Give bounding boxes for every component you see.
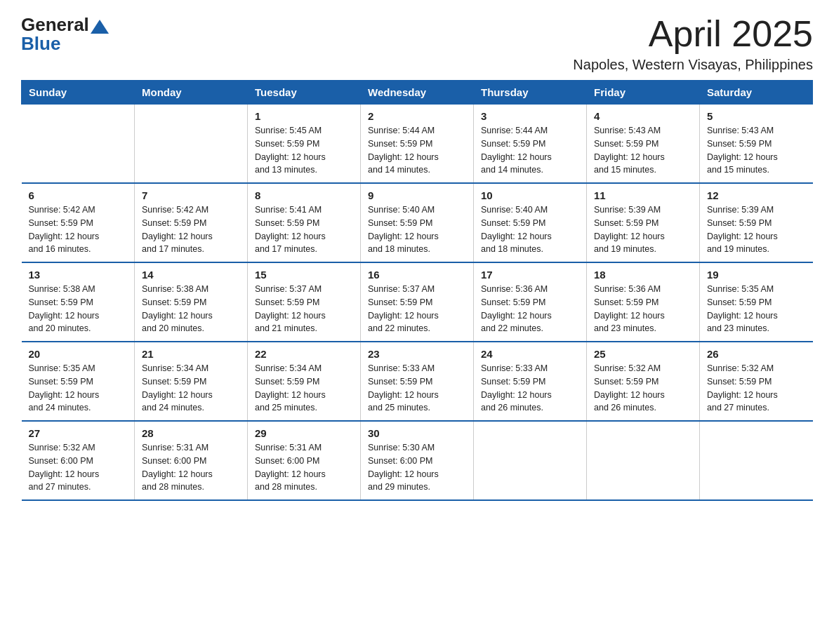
day-number: 15 bbox=[255, 269, 353, 281]
calendar-cell bbox=[135, 105, 248, 184]
calendar-cell: 1Sunrise: 5:45 AM Sunset: 5:59 PM Daylig… bbox=[248, 105, 361, 184]
day-number: 13 bbox=[29, 269, 128, 281]
day-info: Sunrise: 5:43 AM Sunset: 5:59 PM Dayligh… bbox=[594, 124, 692, 177]
day-info: Sunrise: 5:31 AM Sunset: 6:00 PM Dayligh… bbox=[142, 441, 240, 494]
calendar-cell: 26Sunrise: 5:32 AM Sunset: 5:59 PM Dayli… bbox=[700, 342, 813, 421]
day-info: Sunrise: 5:42 AM Sunset: 5:59 PM Dayligh… bbox=[142, 203, 240, 256]
calendar-cell: 10Sunrise: 5:40 AM Sunset: 5:59 PM Dayli… bbox=[474, 183, 587, 262]
day-info: Sunrise: 5:42 AM Sunset: 5:59 PM Dayligh… bbox=[29, 203, 128, 256]
logo: General Blue bbox=[21, 14, 109, 55]
day-number: 29 bbox=[255, 427, 353, 439]
calendar-header-friday: Friday bbox=[587, 81, 700, 105]
calendar-cell bbox=[700, 421, 813, 500]
day-info: Sunrise: 5:39 AM Sunset: 5:59 PM Dayligh… bbox=[707, 203, 806, 256]
day-number: 16 bbox=[368, 269, 466, 281]
day-number: 23 bbox=[368, 348, 466, 360]
day-info: Sunrise: 5:30 AM Sunset: 6:00 PM Dayligh… bbox=[368, 441, 466, 494]
day-number: 26 bbox=[707, 348, 806, 360]
calendar-week-5: 27Sunrise: 5:32 AM Sunset: 6:00 PM Dayli… bbox=[22, 421, 813, 500]
day-info: Sunrise: 5:34 AM Sunset: 5:59 PM Dayligh… bbox=[142, 362, 240, 415]
day-info: Sunrise: 5:35 AM Sunset: 5:59 PM Dayligh… bbox=[29, 362, 128, 415]
day-info: Sunrise: 5:38 AM Sunset: 5:59 PM Dayligh… bbox=[142, 283, 240, 335]
calendar-week-1: 1Sunrise: 5:45 AM Sunset: 5:59 PM Daylig… bbox=[22, 105, 813, 184]
day-info: Sunrise: 5:40 AM Sunset: 5:59 PM Dayligh… bbox=[368, 203, 466, 256]
header-row: SundayMondayTuesdayWednesdayThursdayFrid… bbox=[22, 81, 813, 105]
subtitle: Napoles, Western Visayas, Philippines bbox=[573, 57, 813, 73]
calendar-cell: 6Sunrise: 5:42 AM Sunset: 5:59 PM Daylig… bbox=[22, 183, 135, 262]
day-info: Sunrise: 5:39 AM Sunset: 5:59 PM Dayligh… bbox=[594, 203, 692, 256]
calendar-cell: 8Sunrise: 5:41 AM Sunset: 5:59 PM Daylig… bbox=[248, 183, 361, 262]
day-number: 12 bbox=[707, 189, 806, 201]
main-title: April 2025 bbox=[573, 14, 813, 54]
calendar-header-tuesday: Tuesday bbox=[248, 81, 361, 105]
calendar-header: SundayMondayTuesdayWednesdayThursdayFrid… bbox=[22, 81, 813, 105]
day-info: Sunrise: 5:38 AM Sunset: 5:59 PM Dayligh… bbox=[29, 283, 128, 335]
day-number: 5 bbox=[707, 110, 806, 122]
day-info: Sunrise: 5:32 AM Sunset: 5:59 PM Dayligh… bbox=[707, 362, 806, 415]
day-number: 18 bbox=[594, 269, 692, 281]
calendar-cell bbox=[587, 421, 700, 500]
calendar-cell: 17Sunrise: 5:36 AM Sunset: 5:59 PM Dayli… bbox=[474, 262, 587, 342]
calendar-header-sunday: Sunday bbox=[22, 81, 135, 105]
calendar-cell: 3Sunrise: 5:44 AM Sunset: 5:59 PM Daylig… bbox=[474, 105, 587, 184]
calendar-cell: 19Sunrise: 5:35 AM Sunset: 5:59 PM Dayli… bbox=[700, 262, 813, 342]
day-info: Sunrise: 5:44 AM Sunset: 5:59 PM Dayligh… bbox=[368, 124, 466, 177]
day-info: Sunrise: 5:40 AM Sunset: 5:59 PM Dayligh… bbox=[481, 203, 579, 256]
day-number: 14 bbox=[142, 269, 240, 281]
calendar-cell: 24Sunrise: 5:33 AM Sunset: 5:59 PM Dayli… bbox=[474, 342, 587, 421]
calendar-cell bbox=[22, 105, 135, 184]
day-number: 2 bbox=[368, 110, 466, 122]
day-info: Sunrise: 5:32 AM Sunset: 5:59 PM Dayligh… bbox=[594, 362, 692, 415]
day-number: 11 bbox=[594, 189, 692, 201]
day-number: 19 bbox=[707, 269, 806, 281]
calendar-cell: 4Sunrise: 5:43 AM Sunset: 5:59 PM Daylig… bbox=[587, 105, 700, 184]
day-info: Sunrise: 5:35 AM Sunset: 5:59 PM Dayligh… bbox=[707, 283, 806, 335]
calendar-header-monday: Monday bbox=[135, 81, 248, 105]
day-number: 22 bbox=[255, 348, 353, 360]
day-number: 8 bbox=[255, 189, 353, 201]
calendar-cell: 23Sunrise: 5:33 AM Sunset: 5:59 PM Dayli… bbox=[361, 342, 474, 421]
calendar-cell: 30Sunrise: 5:30 AM Sunset: 6:00 PM Dayli… bbox=[361, 421, 474, 500]
header: General Blue April 2025 Napoles, Western… bbox=[21, 14, 813, 73]
day-info: Sunrise: 5:44 AM Sunset: 5:59 PM Dayligh… bbox=[481, 124, 579, 177]
calendar-cell: 11Sunrise: 5:39 AM Sunset: 5:59 PM Dayli… bbox=[587, 183, 700, 262]
calendar-header-wednesday: Wednesday bbox=[361, 81, 474, 105]
day-number: 20 bbox=[29, 348, 128, 360]
day-info: Sunrise: 5:36 AM Sunset: 5:59 PM Dayligh… bbox=[594, 283, 692, 335]
calendar-cell: 9Sunrise: 5:40 AM Sunset: 5:59 PM Daylig… bbox=[361, 183, 474, 262]
calendar-cell: 2Sunrise: 5:44 AM Sunset: 5:59 PM Daylig… bbox=[361, 105, 474, 184]
day-info: Sunrise: 5:32 AM Sunset: 6:00 PM Dayligh… bbox=[29, 441, 128, 494]
day-number: 28 bbox=[142, 427, 240, 439]
calendar-cell: 12Sunrise: 5:39 AM Sunset: 5:59 PM Dayli… bbox=[700, 183, 813, 262]
calendar-header-thursday: Thursday bbox=[474, 81, 587, 105]
day-number: 1 bbox=[255, 110, 353, 122]
calendar-cell: 7Sunrise: 5:42 AM Sunset: 5:59 PM Daylig… bbox=[135, 183, 248, 262]
calendar-cell: 5Sunrise: 5:43 AM Sunset: 5:59 PM Daylig… bbox=[700, 105, 813, 184]
day-number: 7 bbox=[142, 189, 240, 201]
day-number: 3 bbox=[481, 110, 579, 122]
day-info: Sunrise: 5:45 AM Sunset: 5:59 PM Dayligh… bbox=[255, 124, 353, 177]
day-number: 27 bbox=[29, 427, 128, 439]
calendar-cell: 21Sunrise: 5:34 AM Sunset: 5:59 PM Dayli… bbox=[135, 342, 248, 421]
calendar-cell: 18Sunrise: 5:36 AM Sunset: 5:59 PM Dayli… bbox=[587, 262, 700, 342]
calendar-cell: 15Sunrise: 5:37 AM Sunset: 5:59 PM Dayli… bbox=[248, 262, 361, 342]
calendar-cell: 27Sunrise: 5:32 AM Sunset: 6:00 PM Dayli… bbox=[22, 421, 135, 500]
day-info: Sunrise: 5:43 AM Sunset: 5:59 PM Dayligh… bbox=[707, 124, 806, 177]
calendar-table: SundayMondayTuesdayWednesdayThursdayFrid… bbox=[21, 80, 813, 501]
calendar-cell: 20Sunrise: 5:35 AM Sunset: 5:59 PM Dayli… bbox=[22, 342, 135, 421]
day-number: 9 bbox=[368, 189, 466, 201]
day-number: 4 bbox=[594, 110, 692, 122]
calendar-cell: 22Sunrise: 5:34 AM Sunset: 5:59 PM Dayli… bbox=[248, 342, 361, 421]
calendar-header-saturday: Saturday bbox=[700, 81, 813, 105]
day-number: 17 bbox=[481, 269, 579, 281]
day-number: 21 bbox=[142, 348, 240, 360]
calendar-body: 1Sunrise: 5:45 AM Sunset: 5:59 PM Daylig… bbox=[22, 105, 813, 501]
calendar-cell: 14Sunrise: 5:38 AM Sunset: 5:59 PM Dayli… bbox=[135, 262, 248, 342]
day-info: Sunrise: 5:33 AM Sunset: 5:59 PM Dayligh… bbox=[481, 362, 579, 415]
day-info: Sunrise: 5:37 AM Sunset: 5:59 PM Dayligh… bbox=[368, 283, 466, 335]
calendar-cell: 25Sunrise: 5:32 AM Sunset: 5:59 PM Dayli… bbox=[587, 342, 700, 421]
calendar-cell bbox=[474, 421, 587, 500]
day-info: Sunrise: 5:31 AM Sunset: 6:00 PM Dayligh… bbox=[255, 441, 353, 494]
day-info: Sunrise: 5:41 AM Sunset: 5:59 PM Dayligh… bbox=[255, 203, 353, 256]
title-section: April 2025 Napoles, Western Visayas, Phi… bbox=[573, 14, 813, 73]
